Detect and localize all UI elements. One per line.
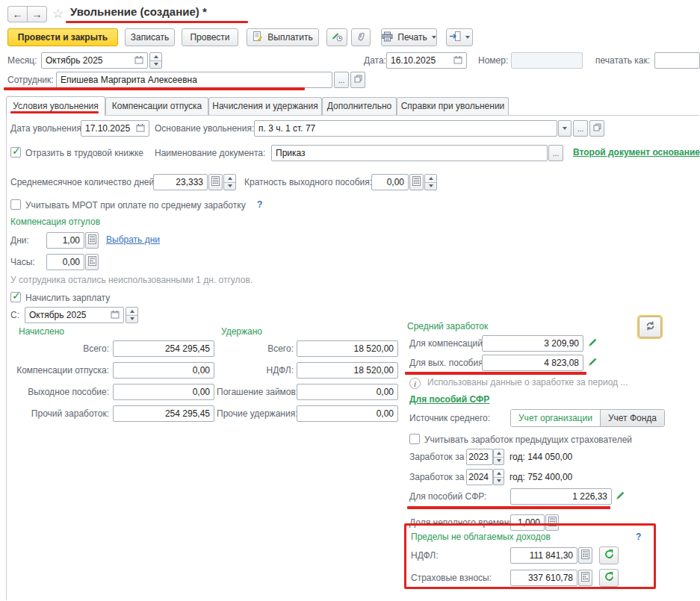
back-arrow-icon: ← xyxy=(13,8,23,20)
annotation-underline-employee xyxy=(4,87,305,90)
print-as-field[interactable] xyxy=(654,52,700,69)
employee-field[interactable]: Епишева Маргарита Алексеевна xyxy=(56,72,332,88)
annotation-underline-sfr xyxy=(407,506,610,509)
employee-choose-button[interactable]: ... xyxy=(334,72,349,88)
back-button[interactable]: ← xyxy=(7,6,28,22)
tab-page-border xyxy=(6,115,699,600)
pencil-clock-icon xyxy=(332,31,343,44)
month-label: Месяц: xyxy=(7,52,37,69)
annotation-underline-severance xyxy=(405,372,586,375)
print-button[interactable]: Печать xyxy=(381,28,437,46)
employee-open-button[interactable] xyxy=(350,72,365,88)
favorite-star-icon[interactable]: ☆ xyxy=(52,6,64,22)
dismissal-form: ← → ☆ Увольнение (создание) * Провести и… xyxy=(0,0,700,601)
open-icon xyxy=(354,75,362,85)
post-and-close-button[interactable]: Провести и закрыть xyxy=(7,28,118,46)
tab-dismissal-certificates[interactable]: Справки при увольнении xyxy=(397,97,509,115)
print-caret-icon xyxy=(432,36,436,39)
tab-additional[interactable]: Дополнительно xyxy=(322,97,397,115)
page-title: Увольнение (создание) * xyxy=(70,5,207,18)
tab-accruals-deductions[interactable]: Начисления и удержания xyxy=(208,97,322,115)
pay-button[interactable]: Выплатить xyxy=(247,28,319,46)
post-button[interactable]: Провести xyxy=(182,28,238,46)
forward-button[interactable]: → xyxy=(27,6,47,22)
export-caret-icon xyxy=(465,36,470,39)
calendar-icon[interactable] xyxy=(134,55,143,66)
save-button[interactable]: Записать xyxy=(125,28,175,46)
number-field[interactable] xyxy=(511,52,583,69)
annotation-underline-title xyxy=(66,21,248,23)
date-field[interactable]: 16.10.2025 xyxy=(386,52,467,69)
month-spinner[interactable] xyxy=(149,52,162,69)
employee-label: Сотрудник: xyxy=(7,72,54,88)
calendar-icon[interactable] xyxy=(453,55,462,66)
sign-button[interactable] xyxy=(326,28,347,46)
pay-document-icon xyxy=(253,31,263,44)
attachments-button[interactable] xyxy=(351,28,371,46)
forward-arrow-icon: → xyxy=(32,8,43,20)
date-label: Дата: xyxy=(364,52,386,69)
tab-vacation-compensations[interactable]: Компенсации отпуска xyxy=(105,97,208,115)
paperclip-icon xyxy=(356,31,365,44)
export-icon xyxy=(449,31,461,43)
month-field[interactable]: Октябрь 2025 xyxy=(41,52,148,69)
printer-icon xyxy=(382,31,393,44)
print-as-label: печатать как: xyxy=(595,52,650,69)
annotation-underline-active-tab xyxy=(10,111,99,113)
number-label: Номер: xyxy=(478,52,508,69)
export-button[interactable] xyxy=(446,28,473,46)
